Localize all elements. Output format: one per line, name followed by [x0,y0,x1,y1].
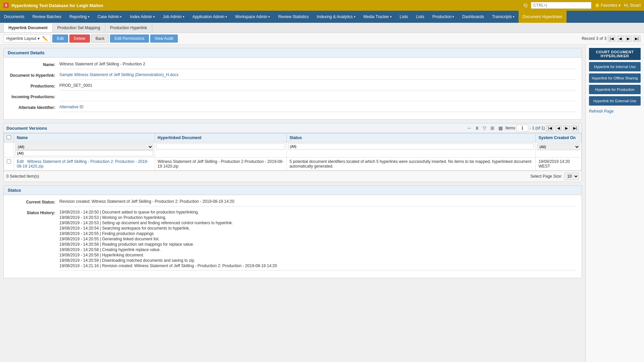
navbar: Documents Review Batches Reporting ▾ Cas… [0,11,644,23]
edit-layout-icon[interactable]: ✏️ [42,36,48,41]
subnav: Hyperlink Document Production Set Mappin… [0,23,644,33]
table-next-btn[interactable]: ▶ [563,125,570,131]
content-area: Document Details Name: Witness Statement… [0,45,585,362]
record-last-btn[interactable]: ▶| [633,36,641,42]
title-bar: 9 Hyperlinking Test Database for Leigh M… [0,0,644,11]
record-nav: Record 3 of 3 |◀ ◀ ▶ ▶| [582,36,641,42]
nav-document-hyperlinker[interactable]: Document Hyperlinker [519,11,567,23]
col-hyperlinked-header[interactable]: Hyperlinked Document [155,133,286,142]
nav-review-batches[interactable]: Review Batches [29,11,65,23]
document-versions-table: Name Hyperlinked Document Status System … [4,133,582,171]
current-status-field-row: Current Status: Revision created: Witnes… [9,199,576,206]
subnav-hyperlink-document[interactable]: Hyperlink Document [3,23,53,32]
refresh-page-link[interactable]: Refresh Page [589,108,641,115]
document-details-section: Document Details Name: Witness Statement… [3,48,582,120]
record-of: of [600,36,603,41]
record-first-btn[interactable]: |◀ [608,36,615,42]
nav-media-tracker[interactable]: Media Tracker ▾ [360,11,396,23]
nav-production[interactable]: Production ▾ [428,11,458,23]
nav-application-admin[interactable]: Application Admin ▾ [189,11,231,23]
subnav-production-set-mapping[interactable]: Production Set Mapping [53,23,105,32]
filter-name-cell[interactable]: (All) [14,142,155,158]
nav-job-admin[interactable]: Job Admin ▾ [159,11,189,23]
search-input[interactable] [531,2,591,9]
document-to-hyperlink-label: Document to Hyperlink: [9,72,59,78]
filter-name-select[interactable]: (All) [15,143,153,150]
edit-permissions-button[interactable]: Edit Permissions [110,35,149,43]
nav-lists2[interactable]: Lists [412,11,428,23]
filter-name-input[interactable] [15,150,153,156]
filter-system-created-select[interactable]: (All) [537,143,580,150]
row-name-link[interactable]: Witness Statement of Jeff Skilling - Pro… [17,159,148,169]
grid-icon[interactable]: ▦ [497,125,504,131]
nav-dashboards[interactable]: Dashboards [458,11,488,23]
hyperlink-internal-btn[interactable]: Hyperlink for Internal Use [589,62,641,71]
nav-review-statistics[interactable]: Review Statistics [274,11,313,23]
filter-hyperlinked-cell[interactable] [155,142,286,158]
status-history-label: Status History: [9,210,59,215]
table-filter-row: (All) (All) [4,142,582,158]
nav-lists1[interactable]: Lists [396,11,412,23]
status-history-item: 19/08/2019 - 14:21:16 | Revision created… [59,263,576,268]
col-name-header[interactable]: Name [14,133,155,142]
col-status-header[interactable]: Status [287,133,536,142]
document-versions-section: Document Versions ↔ X ▽ ⊞ ▦ Items - 1 (o… [3,123,582,182]
nav-index-admin[interactable]: Index Admin ▾ [126,11,159,23]
nav-workspace-admin[interactable]: Workspace Admin ▾ [231,11,274,23]
record-prev-btn[interactable]: ◀ [617,36,624,42]
table-last-btn[interactable]: ▶| [571,125,579,131]
subnav-production-hyperlink[interactable]: Production Hyperlink [105,23,152,32]
nav-reporting[interactable]: Reporting ▾ [65,11,94,23]
user-label: Hi, Stuart [624,3,641,8]
edit-button[interactable]: Edit [52,35,68,43]
delete-button[interactable]: Delete [69,35,90,43]
status-history-item: 19/08/2019 - 14:20:58 | Hyperlinking doc… [59,253,576,257]
nav-indexing-analytics[interactable]: Indexing & Analytics ▾ [313,11,359,23]
page-size-select[interactable]: 10 25 50 [564,173,579,180]
hyperlink-offline-btn[interactable]: Hyperlink for Offline Sharing [589,73,641,83]
row-checkbox[interactable] [7,159,11,164]
view-audit-button[interactable]: View Audit [150,35,178,43]
document-to-hyperlink-value[interactable]: Sample Witness Statement of Jeff Skillin… [59,72,576,80]
row-name-cell: Edit Witness Statement of Jeff Skilling … [14,158,155,171]
page-input[interactable] [517,125,528,131]
status-history-item: 19/08/2019 - 14:20:50 | Document added t… [59,210,576,215]
hyperlink-external-btn[interactable]: Hyperlink for External Use [589,96,641,106]
table-prev-btn[interactable]: ◀ [555,125,562,131]
col-system-created-header[interactable]: System Created On [536,133,582,142]
select-all-checkbox[interactable] [7,135,11,139]
search-label: iQ [524,3,528,8]
excel-icon[interactable]: X [474,125,480,131]
layout-selector[interactable]: Hyperlink Layout ▾ ✏️ [3,35,51,43]
toolbar: Hyperlink Layout ▾ ✏️ Edit Delete Back E… [0,33,644,45]
section-title-versions: Document Versions [6,126,47,131]
alternate-identifier-value[interactable]: Alternative ID [59,105,576,112]
status-history-item: 19/08/2019 - 14:20:55 | Generating linke… [59,237,576,241]
table-footer: 0 Selected Item(s) Select Page Size: 10 … [4,171,582,182]
filter-status-input[interactable] [288,143,534,149]
resize-icon[interactable]: ↔ [466,125,473,131]
sidebar-title: COURT DOCUMENT HYPERLINKER [589,48,641,60]
alternate-identifier-link[interactable]: Alternative ID [59,105,84,109]
filter-status-cell[interactable] [287,142,536,158]
record-next-btn[interactable]: ▶ [625,36,632,42]
document-to-hyperlink-link[interactable]: Sample Witness Statement of Jeff Skillin… [59,72,178,77]
table-first-btn[interactable]: |◀ [546,125,554,131]
back-button[interactable]: Back [91,35,109,43]
hyperlink-production-btn[interactable]: Hyperlink for Production [589,85,641,94]
favorites-label[interactable]: ⭐ Favorites ▾ [595,3,621,8]
document-to-hyperlink-field-row: Document to Hyperlink: Sample Witness St… [9,72,576,80]
document-versions-toolbar: Document Versions ↔ X ▽ ⊞ ▦ Items - 1 (o… [4,123,582,133]
row-system-created-cell: 19/08/2019 14:20 WEST [536,158,582,171]
filter-hyperlinked-input[interactable] [156,143,285,149]
nav-documents[interactable]: Documents [0,11,29,23]
nav-case-admin[interactable]: Case Admin ▾ [94,11,126,23]
filter-system-created-cell[interactable]: (All) [536,142,582,158]
name-value: Witness Statement of Jeff Skilling - Pro… [59,62,576,69]
nav-transcripts[interactable]: Transcripts ▾ [488,11,519,23]
row-edit-link[interactable]: Edit [17,159,24,164]
app-logo: 9 [3,3,9,8]
filter-icon[interactable]: ▽ [481,125,488,131]
status-history-item: 19/08/2019 - 14:20:55 | Finding producti… [59,231,576,236]
column-settings-icon[interactable]: ⊞ [489,125,496,131]
